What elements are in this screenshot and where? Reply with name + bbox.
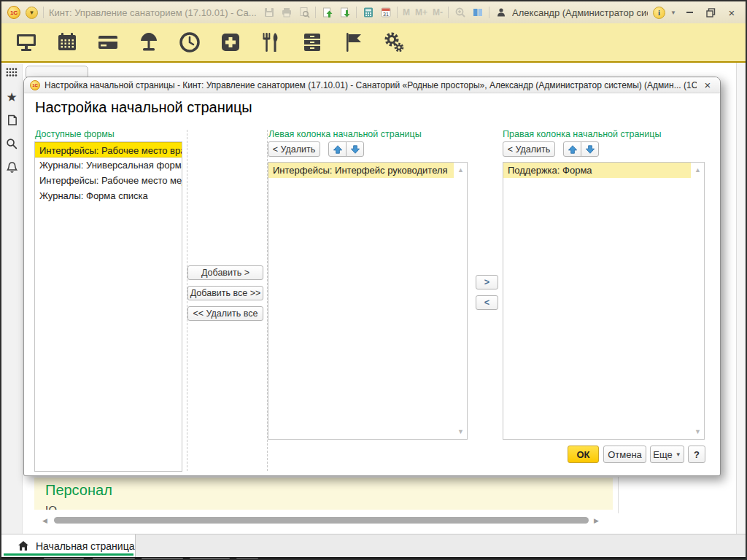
dialog-heading: Настройка начальной страницы xyxy=(35,99,252,116)
1c-logo: 1С xyxy=(7,6,20,19)
list-item[interactable]: Интерфейсы: Рабочее место медс... xyxy=(35,173,182,188)
calculator-icon[interactable] xyxy=(362,7,374,19)
left-remove-button[interactable]: < Удалить xyxy=(268,141,320,157)
tab-label: Начальная страница xyxy=(36,540,134,552)
print-preview-icon[interactable] xyxy=(298,7,310,19)
monitor-icon[interactable] xyxy=(15,31,38,54)
receive-document-icon[interactable] xyxy=(338,7,351,19)
add-all-button[interactable]: Добавить все >> xyxy=(187,286,263,300)
divider xyxy=(356,7,357,18)
tool-sidebar xyxy=(1,64,23,534)
right-remove-button[interactable]: < Удалить xyxy=(503,141,555,157)
hscroll-right-arrow[interactable]: ▶ xyxy=(594,517,599,524)
memory-add-button[interactable]: M+ xyxy=(415,7,427,18)
svg-text:31: 31 xyxy=(383,12,389,17)
calendar-icon[interactable] xyxy=(55,31,79,54)
available-forms-list[interactable]: Интерфейсы: Рабочее место врача Журналы:… xyxy=(34,141,182,472)
scroll-down-icon[interactable]: ▼ xyxy=(694,428,701,435)
menu-dots-icon[interactable] xyxy=(5,66,18,79)
current-user[interactable]: Александр (Администратор систе... xyxy=(512,7,648,18)
right-column-label: Правая колонка начальной страницы xyxy=(503,129,661,139)
restore-button[interactable] xyxy=(703,6,719,19)
dialog-close-icon[interactable]: × xyxy=(701,79,714,91)
move-right-button[interactable]: > xyxy=(476,275,498,289)
clock-icon[interactable] xyxy=(178,31,201,54)
left-column-list[interactable]: Интерфейсы: Интерфейс руководителя ▲ ▼ xyxy=(268,162,468,440)
user-icon xyxy=(495,7,507,19)
taskbar-strip xyxy=(1,557,746,560)
available-forms-label: Доступные формы xyxy=(35,129,115,139)
save-icon[interactable] xyxy=(263,7,275,19)
app-window: 1С ▼ Кинт: Управление санаторием (17.10.… xyxy=(0,0,747,560)
scroll-up-icon[interactable]: ▲ xyxy=(694,166,701,174)
hscroll-left-arrow[interactable]: ◀ xyxy=(42,517,47,524)
divider xyxy=(448,7,449,18)
move-left-button[interactable]: < xyxy=(476,295,498,310)
home-icon xyxy=(18,540,29,551)
dialog-title: Настройка начальной страницы - Кинт: Упр… xyxy=(44,80,697,90)
list-item[interactable]: Интерфейсы: Рабочее место врача xyxy=(35,142,182,158)
clipped-text: Ю xyxy=(45,505,57,510)
list-item[interactable]: Журналы: Универсальная форма ... xyxy=(35,158,182,173)
minimize-button[interactable] xyxy=(681,6,697,19)
left-column-label: Левая колонка начальной страницы xyxy=(268,129,422,139)
lamp-icon[interactable] xyxy=(137,31,160,54)
move-up-button[interactable] xyxy=(563,141,581,157)
personnel-section xyxy=(34,478,613,510)
list-item[interactable]: Интерфейсы: Интерфейс руководителя xyxy=(268,163,454,178)
restaurant-icon[interactable] xyxy=(260,31,283,54)
hscroll-thumb[interactable] xyxy=(54,517,589,524)
medical-plus-icon[interactable] xyxy=(219,31,242,54)
chevron-down-icon[interactable]: ▼ xyxy=(670,9,676,16)
zoom-icon[interactable] xyxy=(454,7,466,19)
list-item[interactable]: Журналы: Форма списка xyxy=(35,188,182,203)
remove-all-button[interactable]: << Удалить все xyxy=(187,306,263,321)
memory-store-button[interactable]: M xyxy=(403,7,410,18)
scroll-down-icon[interactable]: ▼ xyxy=(457,428,464,435)
dialog-titlebar: 1С Настройка начальной страницы - Кинт: … xyxy=(24,77,720,93)
cancel-button[interactable]: Отмена xyxy=(603,446,646,463)
divider xyxy=(315,7,316,18)
1c-logo: 1С xyxy=(30,80,40,90)
list-item[interactable]: Поддержка: Форма xyxy=(503,163,691,178)
main-menu-button[interactable]: ▼ xyxy=(26,7,38,19)
divider xyxy=(489,7,489,18)
print-icon[interactable] xyxy=(280,7,293,19)
right-column-list[interactable]: Поддержка: Форма ▲ ▼ xyxy=(503,162,705,440)
chevron-down-icon: ▼ xyxy=(676,451,681,458)
active-tab-indicator xyxy=(4,553,133,556)
window-title: Кинт: Управление санаторием (17.10.01) -… xyxy=(49,7,258,18)
sections-toolbar xyxy=(1,23,746,63)
section-heading: Персонал xyxy=(45,482,112,499)
background-tab xyxy=(26,66,88,77)
help-button[interactable]: ? xyxy=(688,446,705,463)
history-icon[interactable] xyxy=(5,114,18,127)
ok-button[interactable]: ОК xyxy=(568,446,599,463)
move-down-button[interactable] xyxy=(581,141,599,157)
cabinet-icon[interactable] xyxy=(301,31,324,54)
window-scrollbar[interactable] xyxy=(736,63,746,534)
main-titlebar: 1С ▼ Кинт: Управление санаторием (17.10.… xyxy=(1,1,746,23)
add-button[interactable]: Добавить > xyxy=(187,265,263,280)
move-down-button[interactable] xyxy=(346,141,364,157)
credit-card-icon[interactable] xyxy=(96,31,120,54)
favorites-star-icon[interactable]: ★ xyxy=(5,90,18,104)
notifications-bell-icon[interactable] xyxy=(5,160,18,174)
move-up-button[interactable] xyxy=(328,141,347,157)
calendar-31-icon[interactable]: 31 xyxy=(379,7,392,19)
divider xyxy=(397,7,398,18)
split-view-icon[interactable] xyxy=(471,7,484,19)
home-page-setup-dialog: 1С Настройка начальной страницы - Кинт: … xyxy=(23,77,721,476)
divider xyxy=(618,477,619,513)
settings-gears-icon[interactable] xyxy=(382,31,406,54)
memory-subtract-button[interactable]: M- xyxy=(433,7,443,18)
divider xyxy=(187,130,187,471)
flag-icon[interactable] xyxy=(341,31,365,54)
search-icon[interactable] xyxy=(5,137,18,150)
close-button[interactable]: × xyxy=(724,6,740,19)
divider xyxy=(43,7,44,18)
send-document-icon[interactable] xyxy=(321,7,333,19)
scroll-up-icon[interactable]: ▲ xyxy=(457,166,464,174)
more-button[interactable]: Еще▼ xyxy=(650,446,684,463)
info-button[interactable]: i xyxy=(653,7,665,19)
